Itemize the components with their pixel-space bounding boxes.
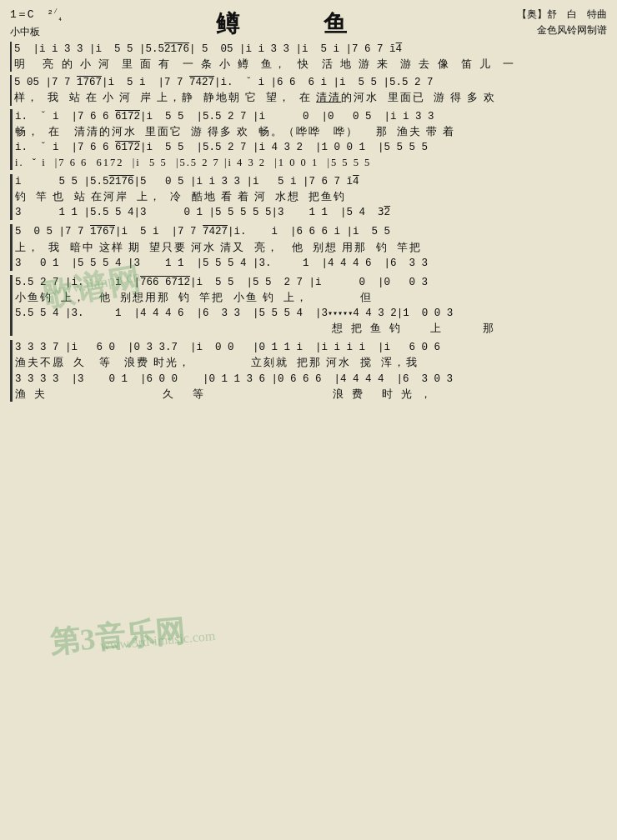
composer: 【奥】舒 白 特曲: [517, 7, 607, 22]
lyrics-row-7a: 渔夫不愿 久 等 浪费 时光， 立刻就 把那 河水 搅 浑，我: [15, 355, 607, 370]
page: 歌谱网 www.jianpu.cn 第3音乐网 www.3rd-imusic.c…: [0, 0, 617, 840]
notes-row-2: 5 05 |7 7 1767|i 5 i |7 7 7427|i. ˇ i |6…: [14, 75, 607, 90]
row-pair-7a: 3 3 3 7 |i 6 0 |0 3 3.7 |i 0 0 |0 1 1 i …: [15, 340, 607, 370]
watermark-3: 第3音乐网: [48, 611, 187, 663]
row-pair-5a: 5 0 5 |7 7 1767|i 5 i |7 7 7427|i. i |6 …: [15, 224, 607, 254]
tempo: 小中板: [10, 25, 63, 39]
section-2: 5 05 |7 7 1767|i 5 i |7 7 7427|i. ˇ i |6…: [10, 75, 607, 105]
notes-row-6a: 5.5 2 7 |i. i |766 6712|i 5 5 |5 5 2 7 |…: [15, 275, 607, 290]
row-pair-7b: 3 3 3 3 |3 0 1 |6 0 0 |0 1 1 3 6 |0 6 6 …: [15, 372, 607, 402]
notes-row-5a: 5 0 5 |7 7 1767|i 5 i |7 7 7427|i. i |6 …: [15, 224, 607, 239]
lyrics-row-1: 明 亮 的 小 河 里 面 有 一 条 小 鳟 鱼， 快 活 地 游 来 游 去…: [14, 57, 607, 72]
section-3: i. ˇ i |7 6 6 6172|i 5 5 |5.5 2 7 |i 0 |…: [10, 109, 607, 171]
notes-row-4a: i 5 5 |5.52176|5 0 5 |i i 3 3 |i 5 i |7 …: [15, 174, 607, 189]
lyrics-row-7b: 渔夫 久 等 浪费 时光，: [15, 387, 607, 402]
key-info: 1＝C ²∕₄: [10, 7, 63, 25]
row-pair-4b: 3 1 1 |5.5 5 4|3 0 1 |5 5 5 5 5|3 1 1 |5…: [15, 205, 607, 220]
notes-row-3b: i. ˇ i |7 6 6 6172|i 5 5 |5.5 2 7 |i 4 3…: [15, 140, 607, 155]
row-pair-6b: 5.5 5 4 |3. 1 |4 4 4 6 |6 3 3 |5 5 5 4 |…: [15, 306, 607, 336]
section-4: i 5 5 |5.52176|5 0 5 |i i 3 3 |i 5 i |7 …: [10, 174, 607, 220]
watermark-4: www.3rd-imusic.com: [99, 628, 216, 653]
lyrics-row-6a: 小鱼钓 上， 他 别想用那 钓 竿把 小鱼 钓 上， 但: [15, 290, 607, 305]
notes-row-5b: 3 0 1 |5 5 5 4 |3 1 1 |5 5 5 4 |3. 1 |4 …: [15, 256, 607, 271]
row-pair-6a: 5.5 2 7 |i. i |766 6712|i 5 5 |5 5 2 7 |…: [15, 275, 607, 305]
notes-row-7a: 3 3 3 7 |i 6 0 |0 3 3.7 |i 0 0 |0 1 1 i …: [15, 340, 607, 355]
section-1: 5 |i i 3 3 |i 5 5 |5.52176| 5 05 |i i 3 …: [10, 42, 607, 72]
notes-row-1: 5 |i i 3 3 |i 5 5 |5.52176| 5 05 |i i 3 …: [14, 42, 607, 57]
lyrics-row-3a: 畅， 在 清清的河水 里面它 游 得多 欢 畅。（哗哗 哗） 那 渔夫 带 着: [15, 124, 607, 139]
title: 鳟 鱼: [63, 7, 517, 40]
notes-row-7b: 3 3 3 3 |3 0 1 |6 0 0 |0 1 1 3 6 |0 6 6 …: [15, 372, 607, 387]
notes-row-4b: 3 1 1 |5.5 5 4|3 0 1 |5 5 5 5 5|3 1 1 |5…: [15, 205, 607, 220]
lyrics-row-6b: 想把鱼钓 上 那: [15, 321, 607, 336]
row-pair-3b: i. ˇ i |7 6 6 6172|i 5 5 |5.5 2 7 |i 4 3…: [15, 140, 607, 170]
lyrics-row-4a: 钓 竿 也 站 在河岸 上， 冷 酷地 看 着 河 水想 把鱼钓: [15, 189, 607, 204]
row-pair-4a: i 5 5 |5.52176|5 0 5 |i i 3 3 |i 5 i |7 …: [15, 174, 607, 204]
section-6: 5.5 2 7 |i. i |766 6712|i 5 5 |5 5 2 7 |…: [10, 275, 607, 337]
section-5: 5 0 5 |7 7 1767|i 5 i |7 7 7427|i. i |6 …: [10, 224, 607, 270]
lyrics-row-5a: 上， 我 暗中 这样 期 望只要 河水 清又 亮， 他 别想 用那 钓 竿把: [15, 240, 607, 255]
notation-credit: 金色风铃网制谱: [517, 22, 607, 38]
row-pair-3a: i. ˇ i |7 6 6 6172|i 5 5 |5.5 2 7 |i 0 |…: [15, 109, 607, 139]
notes-row-6b: 5.5 5 4 |3. 1 |4 4 4 6 |6 3 3 |5 5 5 4 |…: [15, 306, 607, 321]
composer-info: 【奥】舒 白 特曲 金色风铃网制谱: [517, 7, 607, 38]
lyrics-row-3b: i. ˇ i |7 6 6 6172 |i 5 5 |5.5 2 7 |i 4 …: [15, 155, 607, 170]
lyrics-row-2: 样， 我 站 在 小 河 岸 上，静 静地朝 它 望， 在 清清的河水 里面已 …: [14, 90, 607, 105]
notes-row-3a: i. ˇ i |7 6 6 6172|i 5 5 |5.5 2 7 |i 0 |…: [15, 109, 607, 124]
section-7: 3 3 3 7 |i 6 0 |0 3 3.7 |i 0 0 |0 1 1 i …: [10, 340, 607, 402]
row-pair-5b: 3 0 1 |5 5 5 4 |3 1 1 |5 5 5 4 |3. 1 |4 …: [15, 256, 607, 271]
header-left: 1＝C ²∕₄ 小中板: [10, 7, 63, 38]
header: 1＝C ²∕₄ 小中板 鳟 鱼 【奥】舒 白 特曲 金色风铃网制谱: [10, 7, 607, 40]
